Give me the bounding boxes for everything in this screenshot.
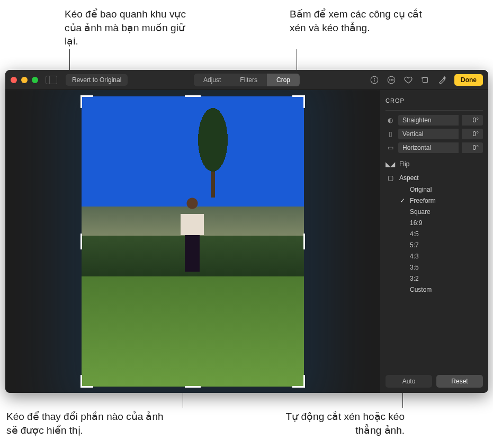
flip-icon: ◣◢ [386,160,395,168]
crop-handle-bottom[interactable] [185,386,201,388]
callout-crop-corner: Kéo để bao quanh khu vực của ảnh mà bạn … [65,7,197,48]
callout-drag-area: Kéo để thay đổi phần nào của ảnh sẽ được… [6,410,176,437]
done-button[interactable]: Done [454,74,483,86]
crop-handle-left[interactable] [80,234,82,249]
aspect-freeform[interactable]: ✓Freeform [399,197,483,204]
aspect-list: ✓Original ✓Freeform ✓Square ✓16:9 ✓4:5 ✓… [399,186,483,293]
straighten-icon: ◐ [386,117,395,124]
photo-preview[interactable] [82,96,304,387]
aspect-item-label: 4:5 [410,230,419,238]
flip-button[interactable]: ◣◢ Flip [386,160,483,168]
editor-content: CROP ◐ Straighten 0° ▯ Vertical 0° ▭ Hor… [5,90,488,393]
toolbar-right: Done [370,74,483,86]
aspect-item-label: 3:2 [410,275,419,282]
reset-button[interactable]: Reset [436,375,483,388]
favorite-icon[interactable] [404,75,413,85]
aspect-item-label: 5:7 [410,241,419,249]
svg-rect-7 [423,77,428,82]
aspect-square[interactable]: ✓Square [399,208,483,216]
aspect-16-9[interactable]: ✓16:9 [399,219,483,227]
svg-point-2 [374,78,375,78]
horizontal-label: Horizontal [398,142,459,153]
aspect-item-label: 3:5 [410,264,419,271]
svg-point-5 [391,79,392,80]
crop-handle-bottom-left[interactable] [80,375,93,388]
aspect-3-2[interactable]: ✓3:2 [399,275,483,282]
aspect-4-5[interactable]: ✓4:5 [399,230,483,238]
auto-button[interactable]: Auto [386,375,432,388]
aspect-3-5[interactable]: ✓3:5 [399,264,483,271]
callout-auto: Tự động cắt xén hoặc kéo thẳng ảnh. [262,410,405,437]
svg-point-6 [392,79,393,80]
maximize-window-button[interactable] [32,77,38,83]
callout-crop-tools: Bấm để xem các công cụ cắt xén và kéo th… [290,7,422,34]
vertical-label: Vertical [398,129,459,139]
tab-adjust[interactable]: Adjust [194,74,230,86]
aspect-icon: ▢ [386,174,395,182]
close-window-button[interactable] [11,77,17,83]
vertical-value[interactable]: 0° [462,129,483,139]
aspect-original[interactable]: ✓Original [399,186,483,193]
vertical-row[interactable]: ▯ Vertical 0° [386,129,483,139]
crop-handle-right[interactable] [303,234,305,249]
vertical-perspective-icon: ▯ [386,130,395,138]
tab-crop[interactable]: Crop [267,74,300,86]
crop-handle-top[interactable] [185,95,201,97]
panel-title: CROP [386,97,483,104]
aspect-item-label: Custom [410,286,432,293]
aspect-header[interactable]: ▢ Aspect [386,174,483,182]
revert-to-original-button[interactable]: Revert to Original [66,74,128,86]
minimize-window-button[interactable] [21,77,28,83]
crop-handle-top-left[interactable] [80,95,93,108]
window-controls [11,77,38,83]
horizontal-row[interactable]: ▭ Horizontal 0° [386,142,483,153]
more-icon[interactable] [387,75,396,85]
sidebar-toggle-icon[interactable] [46,76,57,84]
aspect-item-label: 4:3 [410,253,419,260]
aspect-item-label: Original [410,186,432,193]
horizontal-value[interactable]: 0° [462,142,483,153]
aspect-item-label: 16:9 [410,219,422,227]
crop-side-panel: CROP ◐ Straighten 0° ▯ Vertical 0° ▭ Hor… [380,90,488,393]
horizontal-perspective-icon: ▭ [386,144,395,151]
titlebar: Revert to Original Adjust Filters Crop D… [5,70,488,90]
crop-canvas[interactable] [5,90,380,393]
aspect-custom[interactable]: ✓Custom [399,286,483,293]
crop-handle-bottom-right[interactable] [292,375,305,388]
aspect-item-label: Freeform [410,197,436,204]
straighten-row[interactable]: ◐ Straighten 0° [386,115,483,126]
flip-label: Flip [399,160,409,168]
svg-point-4 [389,79,390,80]
rotate-icon[interactable] [420,75,430,85]
divider [386,110,483,111]
panel-bottom-buttons: Auto Reset [386,375,483,388]
aspect-4-3[interactable]: ✓4:3 [399,253,483,260]
auto-enhance-icon[interactable] [437,75,447,85]
aspect-5-7[interactable]: ✓5:7 [399,241,483,249]
aspect-label: Aspect [399,174,419,182]
edit-mode-segmented-control: Adjust Filters Crop [194,74,300,86]
photos-edit-window: Revert to Original Adjust Filters Crop D… [5,70,488,393]
straighten-value[interactable]: 0° [462,115,483,126]
straighten-label: Straighten [398,115,459,126]
tab-filters[interactable]: Filters [230,74,267,86]
crop-handle-top-right[interactable] [292,95,305,108]
aspect-item-label: Square [410,208,431,216]
info-icon[interactable] [370,75,379,85]
